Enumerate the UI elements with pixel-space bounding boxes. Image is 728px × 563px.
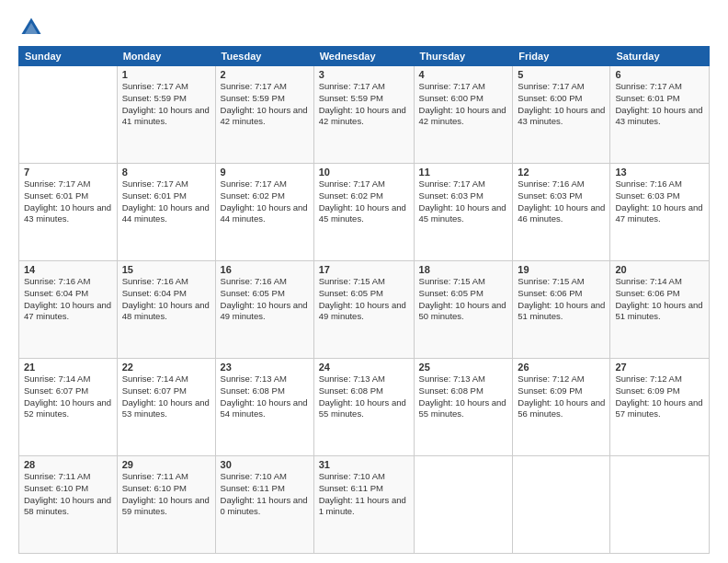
cell-daylight: Daylight: 10 hours and 49 minutes.: [221, 300, 309, 324]
day-number: 26: [518, 362, 605, 373]
page: SundayMondayTuesdayWednesdayThursdayFrid…: [0, 0, 728, 563]
day-header-wednesday: Wednesday: [313, 47, 414, 66]
cell-sunset: Sunset: 6:09 PM: [615, 385, 704, 397]
cell-sunrise: Sunrise: 7:17 AM: [122, 81, 210, 93]
calendar-cell: 21Sunrise: 7:14 AMSunset: 6:07 PMDayligh…: [19, 359, 118, 456]
day-number: 7: [24, 167, 112, 178]
cell-daylight: Daylight: 10 hours and 51 minutes.: [518, 300, 605, 324]
cell-daylight: Daylight: 10 hours and 45 minutes.: [319, 202, 409, 226]
day-number: 25: [419, 362, 508, 373]
calendar-cell: 8Sunrise: 7:17 AMSunset: 6:01 PMDaylight…: [117, 164, 215, 261]
cell-daylight: Daylight: 10 hours and 52 minutes.: [24, 397, 112, 421]
day-number: 23: [221, 362, 309, 373]
calendar-cell: 11Sunrise: 7:17 AMSunset: 6:03 PMDayligh…: [414, 164, 513, 261]
calendar-cell: 17Sunrise: 7:15 AMSunset: 6:05 PMDayligh…: [313, 261, 414, 359]
cell-sunset: Sunset: 6:05 PM: [319, 288, 409, 300]
day-number: 8: [122, 167, 210, 178]
cell-sunrise: Sunrise: 7:17 AM: [319, 81, 409, 93]
cell-sunset: Sunset: 6:10 PM: [122, 483, 210, 495]
cell-daylight: Daylight: 10 hours and 46 minutes.: [518, 202, 605, 226]
cell-daylight: Daylight: 10 hours and 47 minutes.: [24, 300, 112, 324]
calendar-cell: 20Sunrise: 7:14 AMSunset: 6:06 PMDayligh…: [610, 261, 710, 359]
cell-daylight: Daylight: 10 hours and 54 minutes.: [221, 397, 309, 421]
cell-sunrise: Sunrise: 7:16 AM: [518, 178, 605, 190]
cell-sunset: Sunset: 6:11 PM: [221, 483, 309, 495]
calendar-cell: 31Sunrise: 7:10 AMSunset: 6:11 PMDayligh…: [313, 456, 414, 554]
cell-daylight: Daylight: 10 hours and 45 minutes.: [419, 202, 508, 226]
cell-daylight: Daylight: 10 hours and 55 minutes.: [319, 397, 409, 421]
calendar-cell: 3Sunrise: 7:17 AMSunset: 5:59 PMDaylight…: [313, 66, 414, 164]
cell-sunset: Sunset: 6:01 PM: [615, 93, 704, 105]
cell-daylight: Daylight: 10 hours and 43 minutes.: [518, 105, 605, 129]
cell-sunset: Sunset: 5:59 PM: [221, 93, 309, 105]
cell-sunrise: Sunrise: 7:17 AM: [319, 178, 409, 190]
day-number: 27: [615, 362, 704, 373]
day-number: 13: [615, 167, 704, 178]
calendar-cell: 25Sunrise: 7:13 AMSunset: 6:08 PMDayligh…: [414, 359, 513, 456]
logo: [18, 15, 48, 40]
cell-sunset: Sunset: 6:01 PM: [122, 190, 210, 202]
day-number: 16: [221, 264, 309, 275]
calendar-cell: 1Sunrise: 7:17 AMSunset: 5:59 PMDaylight…: [117, 66, 215, 164]
header: [18, 15, 710, 40]
cell-daylight: Daylight: 10 hours and 42 minutes.: [221, 105, 309, 129]
cell-daylight: Daylight: 10 hours and 43 minutes.: [24, 202, 112, 226]
cell-sunrise: Sunrise: 7:17 AM: [24, 178, 112, 190]
cell-daylight: Daylight: 10 hours and 42 minutes.: [319, 105, 409, 129]
cell-sunset: Sunset: 6:11 PM: [319, 483, 409, 495]
day-number: 20: [615, 264, 704, 275]
day-number: 19: [518, 264, 605, 275]
day-number: 15: [122, 264, 210, 275]
cell-daylight: Daylight: 10 hours and 44 minutes.: [122, 202, 210, 226]
day-number: 3: [319, 69, 409, 80]
cell-sunset: Sunset: 6:07 PM: [24, 385, 112, 397]
header-row: SundayMondayTuesdayWednesdayThursdayFrid…: [19, 47, 710, 66]
cell-sunset: Sunset: 6:05 PM: [221, 288, 309, 300]
calendar-cell: 18Sunrise: 7:15 AMSunset: 6:05 PMDayligh…: [414, 261, 513, 359]
cell-sunrise: Sunrise: 7:16 AM: [221, 276, 309, 288]
calendar-cell: 26Sunrise: 7:12 AMSunset: 6:09 PMDayligh…: [513, 359, 610, 456]
cell-daylight: Daylight: 10 hours and 42 minutes.: [419, 105, 508, 129]
calendar-cell: 4Sunrise: 7:17 AMSunset: 6:00 PMDaylight…: [414, 66, 513, 164]
day-number: 18: [419, 264, 508, 275]
calendar-cell: 22Sunrise: 7:14 AMSunset: 6:07 PMDayligh…: [117, 359, 215, 456]
week-row-0: 1Sunrise: 7:17 AMSunset: 5:59 PMDaylight…: [19, 66, 710, 164]
cell-daylight: Daylight: 10 hours and 43 minutes.: [615, 105, 704, 129]
cell-sunrise: Sunrise: 7:17 AM: [419, 178, 508, 190]
cell-sunrise: Sunrise: 7:17 AM: [419, 81, 508, 93]
calendar-cell: [610, 456, 710, 554]
calendar-cell: 30Sunrise: 7:10 AMSunset: 6:11 PMDayligh…: [215, 456, 313, 554]
day-number: 5: [518, 69, 605, 80]
cell-daylight: Daylight: 10 hours and 47 minutes.: [615, 202, 704, 226]
calendar-cell: 23Sunrise: 7:13 AMSunset: 6:08 PMDayligh…: [215, 359, 313, 456]
day-number: 14: [24, 264, 112, 275]
cell-sunrise: Sunrise: 7:13 AM: [221, 373, 309, 385]
cell-sunset: Sunset: 6:04 PM: [24, 288, 112, 300]
day-number: 29: [122, 459, 210, 470]
calendar-cell: 6Sunrise: 7:17 AMSunset: 6:01 PMDaylight…: [610, 66, 710, 164]
cell-sunset: Sunset: 5:59 PM: [122, 93, 210, 105]
calendar-cell: 2Sunrise: 7:17 AMSunset: 5:59 PMDaylight…: [215, 66, 313, 164]
calendar-cell: 27Sunrise: 7:12 AMSunset: 6:09 PMDayligh…: [610, 359, 710, 456]
cell-sunset: Sunset: 6:08 PM: [419, 385, 508, 397]
cell-daylight: Daylight: 10 hours and 58 minutes.: [24, 495, 112, 519]
day-number: 30: [221, 459, 309, 470]
cell-sunrise: Sunrise: 7:10 AM: [221, 471, 309, 483]
calendar-cell: [414, 456, 513, 554]
calendar-cell: 7Sunrise: 7:17 AMSunset: 6:01 PMDaylight…: [19, 164, 118, 261]
day-number: 24: [319, 362, 409, 373]
calendar-cell: 5Sunrise: 7:17 AMSunset: 6:00 PMDaylight…: [513, 66, 610, 164]
logo-icon: [18, 15, 44, 40]
week-row-4: 28Sunrise: 7:11 AMSunset: 6:10 PMDayligh…: [19, 456, 710, 554]
cell-sunset: Sunset: 6:08 PM: [221, 385, 309, 397]
cell-sunrise: Sunrise: 7:14 AM: [615, 276, 704, 288]
day-number: 4: [419, 69, 508, 80]
day-header-thursday: Thursday: [414, 47, 513, 66]
cell-daylight: Daylight: 10 hours and 59 minutes.: [122, 495, 210, 519]
cell-sunset: Sunset: 6:08 PM: [319, 385, 409, 397]
cell-sunset: Sunset: 6:03 PM: [518, 190, 605, 202]
calendar-cell: 14Sunrise: 7:16 AMSunset: 6:04 PMDayligh…: [19, 261, 118, 359]
cell-sunset: Sunset: 6:02 PM: [221, 190, 309, 202]
day-number: 17: [319, 264, 409, 275]
cell-sunrise: Sunrise: 7:17 AM: [122, 178, 210, 190]
